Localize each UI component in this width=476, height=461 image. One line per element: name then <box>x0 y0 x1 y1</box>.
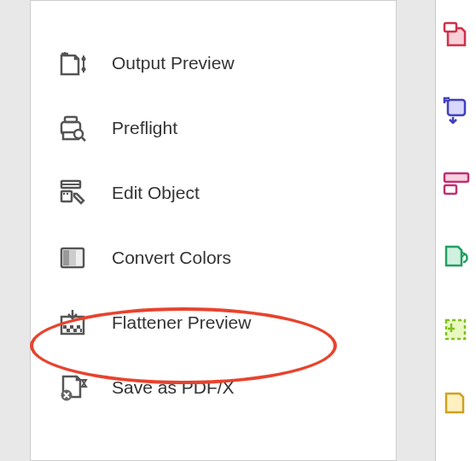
menu-label: Output Preview <box>112 53 235 73</box>
menu-item-save-as-pdfx[interactable]: Save as PDF/X <box>31 355 396 420</box>
svg-rect-18 <box>63 325 67 329</box>
tool-icon-5[interactable] <box>441 315 472 346</box>
tool-icon-3[interactable] <box>441 168 472 199</box>
svg-rect-22 <box>73 329 77 332</box>
menu-label: Convert Colors <box>112 248 231 268</box>
menu-label: Flattener Preview <box>112 312 251 333</box>
save-pdfx-icon <box>56 371 90 405</box>
svg-rect-21 <box>67 329 70 332</box>
menu-item-flattener-preview[interactable]: Flattener Preview <box>31 290 396 355</box>
svg-point-2 <box>82 67 86 72</box>
svg-rect-29 <box>444 185 456 194</box>
svg-rect-16 <box>76 250 82 266</box>
svg-rect-4 <box>65 117 77 122</box>
side-toolbar <box>435 0 476 461</box>
svg-rect-27 <box>448 100 465 115</box>
tool-icon-1[interactable] <box>441 21 472 52</box>
svg-rect-15 <box>69 250 76 266</box>
svg-point-12 <box>67 193 68 195</box>
menu-item-preflight[interactable]: Preflight <box>31 96 396 160</box>
svg-rect-23 <box>80 329 82 332</box>
convert-colors-icon <box>56 241 90 275</box>
menu-label: Edit Object <box>112 183 200 203</box>
svg-point-11 <box>63 193 65 195</box>
svg-rect-26 <box>444 23 456 32</box>
svg-rect-19 <box>70 325 73 329</box>
tool-icon-2[interactable] <box>441 95 472 125</box>
svg-point-1 <box>82 57 86 61</box>
menu-item-output-preview[interactable]: Output Preview <box>31 31 396 96</box>
menu-label: Save as PDF/X <box>112 377 235 398</box>
svg-rect-28 <box>444 173 468 182</box>
svg-rect-10 <box>61 191 72 201</box>
preflight-icon <box>56 111 90 145</box>
menu-item-convert-colors[interactable]: Convert Colors <box>31 225 396 290</box>
tool-icon-6[interactable] <box>441 388 472 419</box>
tool-icon-4[interactable] <box>441 242 472 272</box>
menu-item-edit-object[interactable]: Edit Object <box>31 160 396 225</box>
output-preview-icon <box>56 46 90 80</box>
svg-rect-14 <box>63 250 69 266</box>
svg-line-7 <box>82 137 85 141</box>
menu-label: Preflight <box>112 118 177 138</box>
edit-object-icon <box>56 176 90 210</box>
tools-panel: Output Preview Preflight Edit O <box>30 0 397 461</box>
svg-rect-20 <box>77 325 80 329</box>
flattener-preview-icon <box>56 306 90 340</box>
svg-point-6 <box>74 130 83 138</box>
